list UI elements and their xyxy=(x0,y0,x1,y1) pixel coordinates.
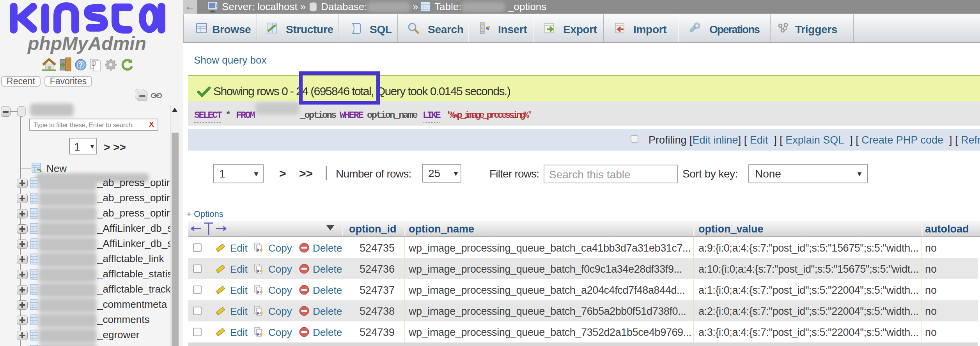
svg-text:?: ? xyxy=(79,61,83,69)
